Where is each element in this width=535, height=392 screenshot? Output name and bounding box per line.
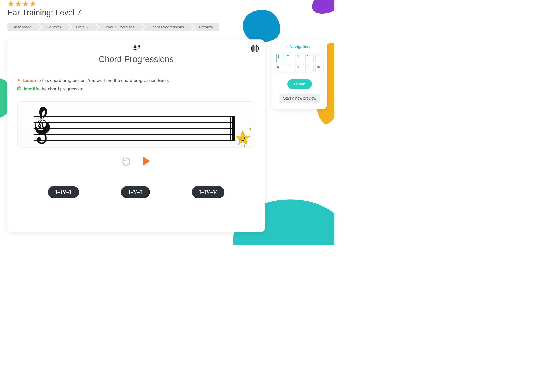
rating-stars	[7, 0, 327, 8]
star-mascot-icon: ?	[235, 130, 251, 148]
thumbs-up-icon	[17, 85, 21, 93]
svg-point-2	[245, 139, 246, 140]
breadcrumb-item[interactable]: Level 7	[68, 23, 95, 32]
treble-clef-icon	[30, 106, 53, 152]
instructions: Listen to this chord progression. You wi…	[17, 77, 255, 93]
nav-question-cell[interactable]: 4	[305, 54, 313, 62]
nav-question-cell[interactable]: 9	[305, 64, 313, 73]
nav-question-cell[interactable]: 1	[276, 54, 284, 62]
breadcrumb: Dashboard Courses Level 7 Level 7 Exerci…	[7, 23, 327, 32]
svg-point-1	[239, 139, 241, 140]
page-title: Ear Training: Level 7	[7, 8, 327, 17]
breadcrumb-item[interactable]: Level 7 Exercises	[96, 23, 141, 32]
nav-question-cell[interactable]: 8	[296, 64, 304, 73]
answer-option[interactable]: I–V–I	[121, 186, 150, 198]
identify-label: Identify	[24, 86, 39, 91]
answer-option[interactable]: I–IV–I	[48, 186, 79, 198]
replay-button[interactable]	[122, 156, 131, 166]
nav-question-cell[interactable]: 7	[286, 64, 294, 73]
exercise-title: Chord Progressions	[17, 54, 255, 64]
star-icon	[7, 0, 14, 8]
exercise-card: Chord Progressions Listen to this chord …	[7, 39, 265, 232]
answer-option[interactable]: I–IV–V	[192, 186, 224, 198]
svg-point-0	[241, 138, 242, 139]
star-icon	[30, 0, 37, 8]
breadcrumb-item[interactable]: Preview	[191, 23, 219, 32]
listen-label: Listen	[23, 78, 36, 83]
navigation-card: Navigation 1 2 3 4 5 6 7 8 9 10 Finish S…	[272, 39, 327, 109]
breadcrumb-item[interactable]: Chord Progressions	[142, 23, 190, 32]
final-barline	[230, 116, 235, 141]
breadcrumb-item[interactable]: Courses	[39, 23, 67, 32]
nav-question-cell[interactable]: 10	[315, 64, 323, 73]
play-button[interactable]	[143, 156, 151, 166]
play-triangle-icon	[17, 77, 21, 85]
identify-text: the chord progression.	[39, 86, 85, 91]
nav-question-cell[interactable]: 2	[286, 54, 294, 62]
star-icon	[22, 0, 29, 8]
finish-button[interactable]: Finish	[287, 79, 312, 89]
breadcrumb-item[interactable]: Dashboard	[7, 23, 38, 32]
nav-question-cell[interactable]: 6	[276, 64, 284, 73]
music-staff-box: ?	[17, 101, 255, 147]
nav-question-cell[interactable]: 3	[296, 54, 304, 62]
navigation-title: Navigation	[277, 44, 322, 49]
piano-icon[interactable]	[251, 45, 259, 52]
nav-question-cell[interactable]: 5	[315, 54, 323, 62]
star-icon	[15, 0, 22, 8]
listen-text: to this chord progression. You will hear…	[36, 78, 169, 83]
start-new-preview-button[interactable]: Start a new preview	[279, 94, 320, 103]
chord-progression-icon	[17, 45, 255, 51]
